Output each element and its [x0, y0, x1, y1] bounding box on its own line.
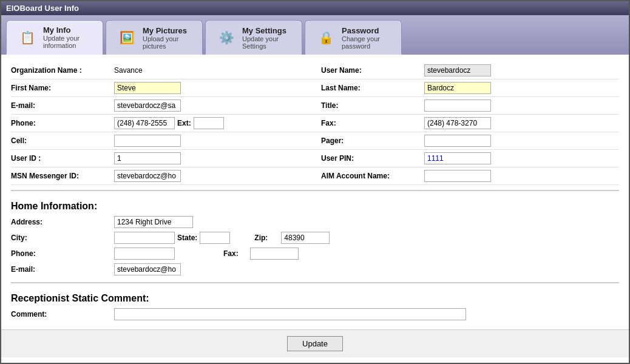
userid-col: User ID : [11, 152, 309, 164]
pager-col: Pager: [321, 135, 619, 147]
home-phone-input[interactable] [114, 248, 175, 260]
last-name-input[interactable] [424, 82, 491, 94]
fax-input[interactable] [424, 117, 491, 129]
comment-row: Comment: [11, 306, 619, 322]
aim-label: AIM Account Name: [321, 172, 424, 180]
phone-fax-cols: Phone: Ext: Fax: [11, 117, 619, 129]
msn-aim-row: MSN Messenger ID: AIM Account Name: [11, 167, 619, 185]
tab-my-info-text: My Info Update your information [43, 25, 80, 49]
pager-input[interactable] [424, 135, 491, 147]
tab-password-title: Password [342, 26, 380, 35]
tab-my-pictures-title: My Pictures [143, 26, 187, 35]
password-icon: 🔒 [315, 27, 337, 49]
user-pin-label: User PIN: [321, 154, 424, 163]
zip-label: Zip: [254, 234, 279, 242]
org-name-label: Organization Name : [11, 66, 114, 75]
city-label: City: [11, 234, 114, 242]
main-window: EIOBoard User Info 📋 My Info Update your… [0, 0, 630, 364]
fax-label: Fax: [321, 119, 424, 127]
msn-aim-cols: MSN Messenger ID: AIM Account Name: [11, 170, 619, 182]
update-button[interactable]: Update [287, 336, 343, 351]
tab-my-settings-text: My Settings Update your Settings [242, 26, 286, 50]
my-pictures-icon: 🖼️ [116, 27, 138, 49]
tab-password-text: Password Change your password [342, 26, 380, 50]
address-label: Address: [11, 218, 114, 226]
phone-input[interactable] [114, 117, 175, 129]
main-content: Organization Name : Savance User Name: F… [1, 55, 629, 329]
window-title: EIOBoard User Info [6, 4, 79, 13]
home-fax-label: Fax: [223, 249, 248, 258]
city-state-zip-row: City: State: Zip: [11, 230, 619, 246]
email-title-cols: E-mail: Title: [11, 99, 619, 112]
user-pin-input[interactable] [424, 152, 491, 164]
home-email-input[interactable] [114, 263, 181, 275]
username-col: User Name: [321, 64, 619, 76]
phone-label: Phone: [11, 119, 114, 127]
phone-fax-row: Phone: Ext: Fax: [11, 115, 619, 132]
state-label: State: [177, 234, 197, 242]
comment-input[interactable] [114, 308, 466, 320]
title-input[interactable] [424, 99, 491, 112]
userid-pin-row: User ID : User PIN: [11, 150, 619, 167]
title-col: Title: [321, 99, 619, 112]
title-bar: EIOBoard User Info [1, 1, 629, 15]
home-phone-label: Phone: [11, 249, 114, 258]
cell-label: Cell: [11, 136, 114, 145]
home-fax-input[interactable] [250, 248, 299, 260]
cell-pager-cols: Cell: Pager: [11, 135, 619, 147]
org-username-row: Organization Name : Savance User Name: [11, 62, 619, 79]
tab-my-settings-subtitle1: Update your [242, 35, 286, 42]
tab-my-pictures-subtitle1: Upload your [143, 35, 187, 42]
tab-my-info[interactable]: 📋 My Info Update your information [6, 20, 103, 55]
phone-col: Phone: Ext: [11, 117, 309, 129]
tab-my-info-title: My Info [43, 25, 80, 35]
org-username-cols: Organization Name : Savance User Name: [11, 64, 619, 76]
last-name-col: Last Name: [321, 82, 619, 94]
last-name-label: Last Name: [321, 84, 424, 92]
home-email-label: E-mail: [11, 265, 114, 274]
msn-input[interactable] [114, 170, 181, 182]
email-title-row: E-mail: Title: [11, 97, 619, 115]
tab-password-subtitle1: Change your [342, 35, 380, 42]
email-label: E-mail: [11, 101, 114, 110]
first-name-label: First Name: [11, 84, 114, 92]
msn-label: MSN Messenger ID: [11, 172, 114, 180]
zip-input[interactable] [281, 232, 330, 244]
user-id-label: User ID : [11, 154, 114, 163]
home-phone-fax-row: Phone: Fax: [11, 246, 619, 261]
email-col: E-mail: [11, 99, 309, 112]
aim-input[interactable] [424, 170, 491, 182]
cell-input[interactable] [114, 135, 181, 147]
pager-label: Pager: [321, 136, 424, 145]
tab-my-settings-subtitle2: Settings [242, 42, 286, 50]
fax-col: Fax: [321, 117, 619, 129]
update-bar: Update [1, 329, 629, 357]
tab-my-pictures-subtitle2: pictures [143, 42, 187, 50]
first-name-input[interactable] [114, 82, 181, 94]
user-id-input[interactable] [114, 152, 181, 164]
ext-label: Ext: [177, 119, 191, 127]
tab-password[interactable]: 🔒 Password Change your password [305, 20, 402, 55]
address-input[interactable] [114, 216, 193, 228]
msn-col: MSN Messenger ID: [11, 170, 309, 182]
tab-my-pictures[interactable]: 🖼️ My Pictures Upload your pictures [106, 20, 203, 55]
tab-my-info-subtitle2: information [43, 42, 80, 49]
comment-label: Comment: [11, 310, 114, 318]
name-row: First Name: Last Name: [11, 79, 619, 97]
receptionist-section-title: Receptionist Static Comment: [11, 288, 619, 306]
email-input[interactable] [114, 99, 181, 112]
city-input[interactable] [114, 232, 175, 244]
cell-col: Cell: [11, 135, 309, 147]
tab-my-settings[interactable]: ⚙️ My Settings Update your Settings [205, 20, 302, 55]
my-info-icon: 📋 [16, 27, 38, 49]
ext-input[interactable] [194, 117, 224, 129]
aim-col: AIM Account Name: [321, 170, 619, 182]
tab-my-info-subtitle1: Update your [43, 35, 80, 42]
state-input[interactable] [200, 232, 230, 244]
divider-receptionist [11, 282, 619, 283]
org-name-value: Savance [114, 66, 143, 75]
tab-my-pictures-text: My Pictures Upload your pictures [143, 26, 187, 50]
username-input[interactable] [424, 64, 491, 76]
cell-pager-row: Cell: Pager: [11, 132, 619, 150]
divider-home [11, 190, 619, 191]
